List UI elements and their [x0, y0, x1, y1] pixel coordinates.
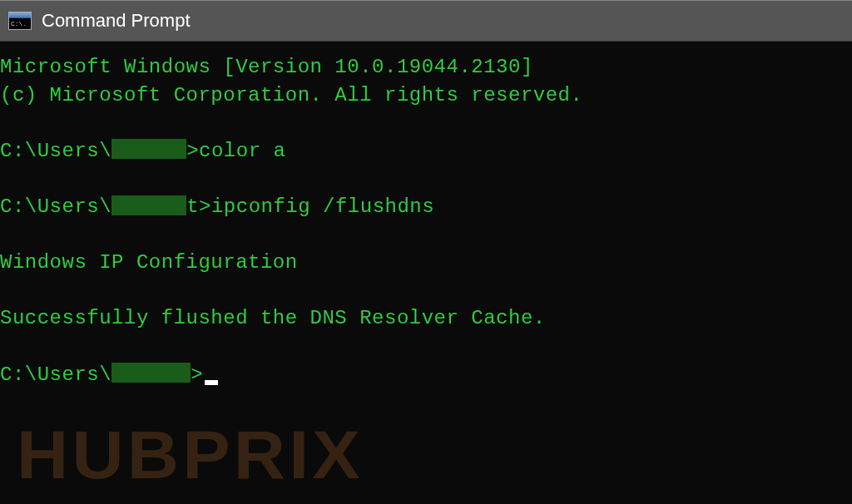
redacted-username — [111, 363, 191, 383]
cursor-icon — [205, 380, 218, 385]
redacted-username — [111, 195, 186, 215]
terminal-blank — [0, 333, 852, 361]
terminal-blank — [0, 165, 852, 193]
terminal-output-success: Successfully flushed the DNS Resolver Ca… — [0, 304, 852, 333]
terminal-blank — [0, 277, 852, 305]
terminal-prompt-2: C:\Users\t>ipconfig /flushdns — [0, 193, 852, 221]
cmd-icon-text: C:\. — [11, 21, 27, 27]
watermark-text: HUBPRIX — [17, 421, 364, 489]
terminal-body[interactable]: Microsoft Windows [Version 10.0.19044.21… — [0, 42, 852, 504]
terminal-prompt-1: C:\Users\>color a — [0, 137, 852, 166]
terminal-blank — [0, 221, 852, 250]
window-title: Command Prompt — [42, 10, 191, 32]
cmd-icon: C:\. — [8, 12, 32, 30]
redacted-username — [111, 139, 186, 159]
terminal-prompt-current: C:\Users\> — [0, 361, 852, 389]
terminal-line-copyright: (c) Microsoft Corporation. All rights re… — [0, 82, 852, 110]
terminal-output-header: Windows IP Configuration — [0, 249, 852, 277]
terminal-line-version: Microsoft Windows [Version 10.0.19044.21… — [0, 53, 852, 82]
window-titlebar[interactable]: C:\. Command Prompt — [0, 0, 852, 42]
terminal-blank — [0, 109, 852, 137]
